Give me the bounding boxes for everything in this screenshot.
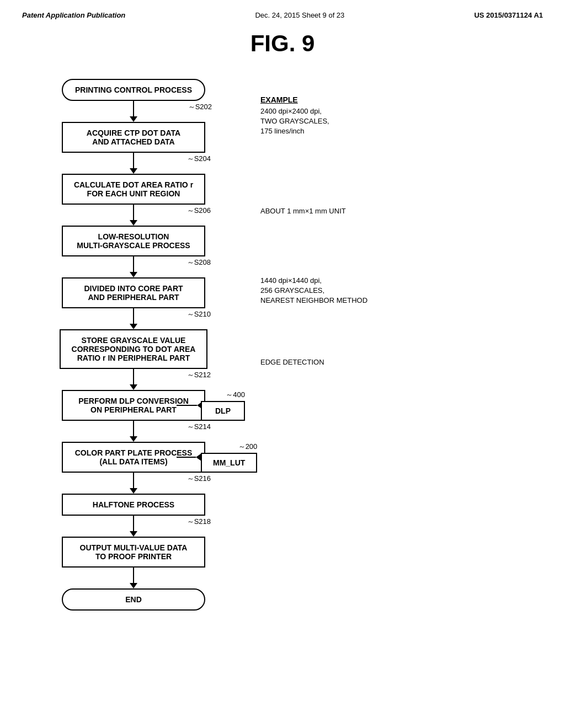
arrow-s202: ～S202 [29,101,238,122]
dlp-connection [177,402,202,409]
header-left: Patent Application Publication [22,11,125,19]
header-center: Dec. 24, 2015 Sheet 9 of 23 [255,11,344,19]
node-s208: DIVIDED INTO CORE PARTAND PERIPHERAL PAR… [62,277,205,308]
arrow-s216: ～S216 [56,473,211,494]
node-s206: LOW-RESOLUTIONMULTI-GRAYSCALE PROCESS [62,226,205,256]
page: Patent Application Publication Dec. 24, … [0,0,565,728]
arrow-s206: ～S206 [56,205,211,226]
mmlut-box-wrapper: ～200 MM_LUT [201,442,257,473]
dlp-box: DLP [201,401,245,421]
end-node: END [62,588,205,611]
spacer-3 [260,310,492,357]
node-s214-row: COLOR PART PLATE PROCESS(ALL DATA ITEMS)… [29,442,238,473]
annotations-panel: EXAMPLE 2400 dpi×2400 dpi,TWO GRAYSCALES… [260,79,492,611]
ann-s206: 1440 dpi×1440 dpi,256 GRAYSCALES,NEAREST… [260,276,492,306]
dlp-step-num: ～400 [226,390,245,400]
step-label-s216: ～S216 [187,474,211,484]
mmlut-step-num: ～200 [238,442,258,452]
step-label-s212: ～S212 [187,370,211,380]
example-section: EXAMPLE 2400 dpi×2400 dpi,TWO GRAYSCALES… [260,95,492,137]
node-s210: STORE GRAYSCALE VALUECORRESPONDING TO DO… [60,329,208,369]
step-label-s214: ～S214 [187,422,211,432]
mmlut-connection [177,453,201,461]
ann-text-2: ABOUT 1 mm×1 mm UNIT [260,206,492,216]
step-label-s208: ～S208 [187,258,211,267]
arrow-s214: ～S214 [56,421,211,442]
ann-s208: EDGE DETECTION [260,357,492,367]
arrow-end [56,568,211,588]
arrow-s212: ～S212 [56,369,211,390]
page-header: Patent Application Publication Dec. 24, … [22,11,543,19]
example-title: EXAMPLE [260,95,492,104]
step-label-s218: ～S218 [187,517,211,527]
arrow-s208: ～S208 [56,256,211,277]
node-s204: CALCULATE DOT AREA RATIO rFOR EACH UNIT … [62,174,205,205]
arrow-s210: ～S210 [56,308,211,329]
dlp-box-wrapper: ～400 DLP [201,390,245,421]
step-label-s202: ～S202 [188,102,212,112]
ann-text-4: EDGE DETECTION [260,357,492,367]
spacer-1 [260,141,492,206]
node-s218: OUTPUT MULTI-VALUE DATATO PROOF PRINTER [62,537,205,568]
header-right: US 2015/0371124 A1 [474,11,543,19]
mmlut-box: MM_LUT [201,453,257,473]
arrow-s204: ～S204 [56,153,211,174]
arrow-s218: ～S218 [56,516,211,537]
step-label-s204: ～S204 [187,154,211,164]
spacer-2 [260,221,492,276]
flowchart: PRINTING CONTROL PROCESS ～S202 ACQUIRE C… [29,79,238,611]
node-s202: ACQUIRE CTP DOT DATAAND ATTACHED DATA [62,122,205,153]
step-label-s206: ～S206 [187,206,211,216]
ann-text-1: 2400 dpi×2400 dpi,TWO GRAYSCALES,175 lin… [260,106,492,137]
node-s216: HALFTONE PROCESS [62,494,205,516]
start-node: PRINTING CONTROL PROCESS [62,79,205,101]
ann-s204: ABOUT 1 mm×1 mm UNIT [260,206,492,216]
figure-title: FIG. 9 [22,30,543,57]
step-label-s210: ～S210 [187,309,211,319]
ann-text-3: 1440 dpi×1440 dpi,256 GRAYSCALES,NEAREST… [260,276,492,306]
node-s212-row: PERFORM DLP CONVERSIONON PERIPHERAL PART… [29,390,238,421]
